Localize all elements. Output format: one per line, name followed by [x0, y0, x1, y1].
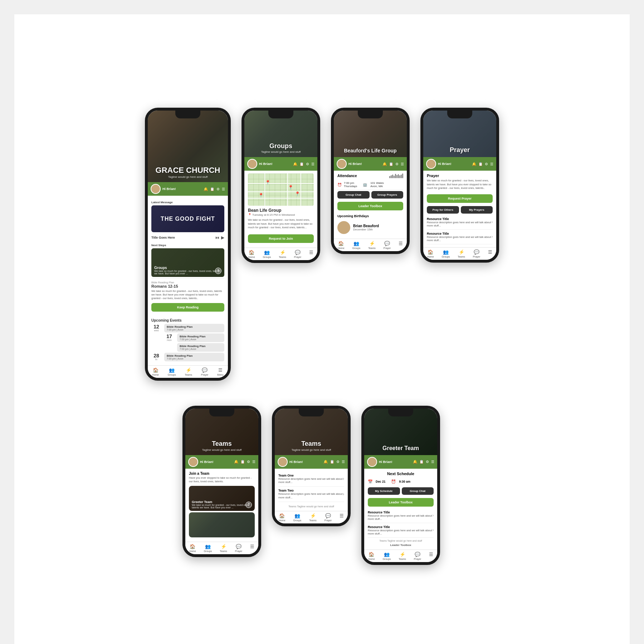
request-prayer-button[interactable]: Request Prayer	[427, 194, 493, 203]
settings-icon-4[interactable]: ⚙	[485, 162, 488, 166]
tab-home-5[interactable]: 🏠Home	[189, 544, 196, 552]
tab-teams-2[interactable]: ⚡Teams	[279, 250, 286, 258]
bell-icon-7[interactable]: 🔔	[413, 460, 417, 464]
greeter-resource-1[interactable]: Resource Title Resource description goes…	[368, 508, 434, 523]
bell-icon[interactable]: 🔔	[204, 187, 208, 191]
bookmark-icon[interactable]: 📋	[210, 187, 214, 191]
tab-menu-2[interactable]: ☰	[309, 250, 313, 258]
tab-menu-6[interactable]: ☰	[340, 513, 344, 522]
tab-home-3[interactable]: 🏠Home	[338, 241, 345, 249]
settings-icon-7[interactable]: ⚙	[426, 460, 429, 464]
tab-menu-3[interactable]: ☰	[399, 241, 403, 249]
tab-teams-7[interactable]: ⚡Teams	[399, 552, 406, 560]
tab-teams-3[interactable]: ⚡Teams	[368, 241, 376, 249]
tab-groups-2[interactable]: 👥Groups	[263, 250, 271, 258]
bookmark-icon-7[interactable]: 📋	[419, 460, 424, 464]
team-card-2[interactable]	[189, 512, 255, 537]
next-steps-image[interactable]: Groups We take so much for granted - our…	[151, 248, 224, 277]
nav-icons-5: 🔔 📋 ⚙ ☰	[234, 460, 255, 464]
rewind-icon[interactable]: ⏮	[215, 235, 219, 240]
resource-row-2[interactable]: Resource Title Resource description goes…	[427, 230, 493, 244]
tab-prayer[interactable]: 💬Prayer	[201, 367, 209, 376]
tab-bar-teams: 🏠Home 👥Groups ⚡Teams 💬Prayer ☰	[185, 542, 258, 554]
bell-icon-6[interactable]: 🔔	[323, 460, 328, 464]
tab-groups-4[interactable]: 👥Groups	[441, 249, 450, 258]
team-two-row[interactable]: Team Two Resource description goes here …	[278, 487, 344, 502]
menu-icon-5[interactable]: ☰	[252, 460, 255, 464]
tab-groups-3[interactable]: 👥Groups	[352, 241, 360, 249]
resource-row-1[interactable]: Resource Title Resource description goes…	[427, 215, 493, 230]
event-3-details[interactable]: Bible Reading Plan 7:00 pm | Avon	[177, 343, 224, 352]
my-prayers-button[interactable]: My Prayers	[461, 206, 493, 214]
menu-icon-6[interactable]: ☰	[342, 460, 345, 464]
map-pin-2[interactable]: 📍	[288, 185, 293, 190]
tab-menu-4[interactable]: ☰	[488, 249, 492, 258]
settings-icon-3[interactable]: ⚙	[395, 162, 399, 166]
settings-icon[interactable]: ⚙	[216, 187, 220, 191]
tab-home-6[interactable]: 🏠Home	[279, 513, 286, 522]
menu-icon-3[interactable]: ☰	[401, 162, 404, 166]
tab-home[interactable]: 🏠Home	[152, 367, 159, 376]
tab-teams-4[interactable]: ⚡Teams	[458, 249, 465, 258]
bell-icon-4[interactable]: 🔔	[472, 162, 476, 166]
my-schedule-button[interactable]: My Schedule	[368, 487, 400, 495]
tab-prayer-3[interactable]: 💬Prayer	[384, 241, 391, 249]
tab-menu-7[interactable]: ☰	[429, 552, 433, 560]
bookmark-icon-3[interactable]: 📋	[389, 162, 393, 166]
settings-icon-2[interactable]: ⚙	[306, 162, 309, 166]
request-join-button[interactable]: Request to Join	[248, 234, 314, 243]
tab-menu[interactable]: ☰Menu	[217, 367, 224, 376]
leader-toolbox-button[interactable]: Leader Toolbox	[337, 202, 403, 210]
group-chat-button-7[interactable]: Group Chat	[402, 487, 434, 495]
user-avatar-4	[426, 159, 436, 169]
bookmark-icon-5[interactable]: 📋	[240, 460, 245, 464]
tab-prayer-7[interactable]: 💬Prayer	[414, 552, 421, 560]
event-2-details[interactable]: Bible Reading Plan 7:00 pm | Avon	[177, 333, 224, 342]
help-icon-5[interactable]: ?	[245, 502, 252, 508]
tab-prayer-2[interactable]: 💬Prayer	[294, 250, 302, 258]
group-prayers-button[interactable]: Group Prayers	[371, 191, 404, 199]
bookmark-icon-6[interactable]: 📋	[330, 460, 334, 464]
group-time-text: Tuesday at 8:15 PM in Westwood	[252, 213, 295, 216]
tab-prayer-6[interactable]: 💬Prayer	[325, 513, 332, 522]
bookmark-icon-2[interactable]: 📋	[299, 162, 304, 166]
tab-home-2[interactable]: 🏠Home	[248, 250, 255, 258]
menu-icon-2[interactable]: ☰	[311, 162, 314, 166]
tab-groups-6[interactable]: 👥Groups	[293, 513, 301, 522]
tab-groups-7[interactable]: 👥Groups	[382, 552, 391, 560]
tab-teams-6[interactable]: ⚡Teams	[309, 513, 317, 522]
tab-groups-5[interactable]: 👥Groups	[204, 544, 212, 552]
tab-home-7[interactable]: 🏠Home	[368, 552, 375, 560]
event-1-details[interactable]: Bible Reading Plan 7:00 pm | Avon	[164, 324, 224, 332]
map-area[interactable]: 📍 📍 📍 📍	[248, 174, 314, 206]
tab-prayer-4[interactable]: 💬Prayer	[473, 249, 480, 258]
bookmark-icon-4[interactable]: 📋	[478, 162, 483, 166]
team-one-row[interactable]: Team One Resource description goes here …	[278, 472, 344, 487]
tab-groups[interactable]: 👥Groups	[168, 367, 176, 376]
settings-icon-6[interactable]: ⚙	[336, 460, 340, 464]
pray-others-button[interactable]: Pray for Others	[427, 206, 459, 214]
menu-icon[interactable]: ☰	[222, 187, 225, 191]
bell-icon-3[interactable]: 🔔	[382, 162, 387, 166]
tab-home-4[interactable]: 🏠Home	[427, 249, 434, 258]
bell-icon-5[interactable]: 🔔	[234, 460, 238, 464]
tab-prayer-5[interactable]: 💬Prayer	[235, 544, 243, 552]
event-4-details[interactable]: Bible Reading Plan 7:00 pm | Avon	[164, 353, 224, 361]
tab-teams-5[interactable]: ⚡Teams	[220, 544, 227, 552]
map-pin-1[interactable]: 📍	[265, 180, 270, 185]
play-icon[interactable]: ▶	[221, 235, 224, 240]
keep-reading-button[interactable]: Keep Reading	[151, 303, 224, 312]
settings-icon-5[interactable]: ⚙	[247, 460, 250, 464]
map-pin-3[interactable]: 📍	[258, 193, 264, 198]
group-chat-button[interactable]: Group Chat	[337, 191, 370, 199]
greeter-team-card[interactable]: Greeter Team We take so much for granted…	[189, 486, 255, 511]
tab-menu-5[interactable]: ☰	[250, 544, 254, 552]
menu-icon-7[interactable]: ☰	[431, 460, 434, 464]
map-pin-4[interactable]: 📍	[295, 191, 300, 196]
bell-icon-2[interactable]: 🔔	[293, 162, 297, 166]
greeter-resource-2[interactable]: Resource Title Resource description goes…	[368, 523, 434, 538]
tab-teams[interactable]: ⚡Teams	[185, 367, 192, 376]
menu-icon-4[interactable]: ☰	[490, 162, 493, 166]
leader-toolbox-button-7[interactable]: Leader Toolbox	[368, 498, 434, 507]
latest-message-image[interactable]: THE GOOD FIGHT	[151, 205, 224, 232]
